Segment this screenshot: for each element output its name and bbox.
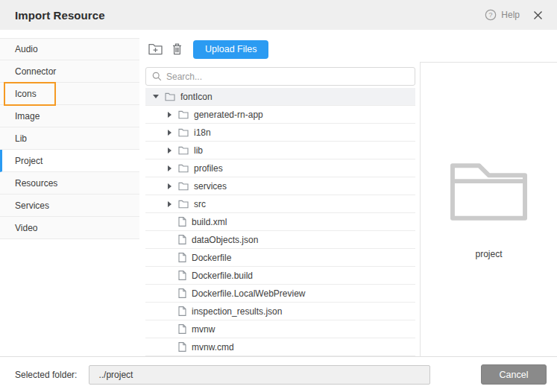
sidebar-item-label: Icons xyxy=(15,89,37,99)
sidebar-item-video[interactable]: Video xyxy=(0,217,139,239)
folder-preview-icon xyxy=(448,159,529,222)
tree-item-file-dataobjects-json[interactable]: dataObjects.json xyxy=(145,231,415,249)
upload-files-button[interactable]: Upload Files xyxy=(193,40,268,59)
folder-icon xyxy=(178,110,189,119)
tree-item-folder-profiles[interactable]: profiles xyxy=(145,159,415,177)
preview-panel: project xyxy=(420,62,557,356)
dialog-body: Audio Connector Icons Image Lib Project … xyxy=(0,30,557,356)
tree-item-folder-services[interactable]: services xyxy=(145,177,415,195)
file-icon xyxy=(178,306,186,316)
tree-item-label: mvnw xyxy=(192,324,215,335)
search-input[interactable] xyxy=(166,72,409,82)
folder-icon xyxy=(178,182,189,191)
file-tree: fontIcon generated-rn-app i18n lib xyxy=(145,88,415,356)
tree-item-folder-src[interactable]: src xyxy=(145,195,415,213)
folder-icon xyxy=(178,146,189,155)
delete-button[interactable] xyxy=(167,41,186,57)
caret-right-icon[interactable] xyxy=(165,183,174,189)
dialog-title: Import Resource xyxy=(15,9,105,22)
search-box[interactable] xyxy=(145,67,415,86)
tree-item-label: generated-rn-app xyxy=(194,110,263,120)
tree-item-label: profiles xyxy=(194,163,223,174)
folder-icon xyxy=(165,92,175,101)
file-icon xyxy=(178,288,186,298)
close-button[interactable] xyxy=(530,7,545,22)
folder-icon xyxy=(178,128,189,137)
sidebar-item-resources[interactable]: Resources xyxy=(0,172,139,195)
caret-right-icon[interactable] xyxy=(165,165,174,171)
caret-right-icon[interactable] xyxy=(165,112,174,118)
preview-folder-name: project xyxy=(475,249,502,259)
tree-item-file-dockerfile[interactable]: Dockerfile xyxy=(145,249,415,267)
tree-item-label: inspection_results.json xyxy=(192,306,282,317)
file-toolbar: Upload Files xyxy=(145,39,415,59)
file-icon xyxy=(178,324,186,334)
sidebar-item-image[interactable]: Image xyxy=(0,105,139,127)
cancel-button[interactable]: Cancel xyxy=(481,364,547,385)
tree-item-folder-lib[interactable]: lib xyxy=(145,142,415,159)
sidebar-item-icons[interactable]: Icons xyxy=(0,83,139,105)
tree-item-folder-generated-rn-app[interactable]: generated-rn-app xyxy=(145,106,415,124)
help-label: Help xyxy=(501,10,520,20)
tree-item-file-dockerfile-build[interactable]: Dockerfile.build xyxy=(145,267,415,285)
tree-item-file-inspection-results-json[interactable]: inspection_results.json xyxy=(145,303,415,320)
category-sidebar: Audio Connector Icons Image Lib Project … xyxy=(0,30,139,356)
sidebar-item-project[interactable]: Project xyxy=(0,150,139,172)
folder-icon xyxy=(178,164,189,173)
dialog-titlebar: Import Resource ? Help xyxy=(0,0,557,30)
caret-right-icon[interactable] xyxy=(165,201,174,207)
sidebar-item-services[interactable]: Services xyxy=(0,195,139,217)
tree-item-file-mvnw[interactable]: mvnw xyxy=(145,320,415,338)
tree-item-label: build.xml xyxy=(192,217,227,227)
dialog-footer: Selected folder: Cancel xyxy=(0,356,557,392)
sidebar-item-label: Video xyxy=(15,223,37,233)
sidebar-item-label: Services xyxy=(15,200,49,211)
tree-item-label: Dockerfile.LocalWebPreview xyxy=(192,288,306,299)
tree-item-label: fontIcon xyxy=(180,92,213,102)
tree-item-folder-fonticon[interactable]: fontIcon xyxy=(145,88,415,106)
selected-folder-label: Selected folder: xyxy=(15,370,77,380)
close-icon xyxy=(533,10,543,20)
sidebar-item-label: Image xyxy=(15,111,40,121)
tree-item-label: lib xyxy=(194,145,203,156)
tree-item-label: i18n xyxy=(194,127,211,138)
svg-text:?: ? xyxy=(489,10,493,19)
file-icon xyxy=(178,271,186,280)
sidebar-item-label: Resources xyxy=(15,178,57,189)
sidebar-item-label: Connector xyxy=(15,66,56,77)
file-icon xyxy=(178,253,186,262)
help-button[interactable]: ? Help xyxy=(485,9,520,21)
selected-folder-path-input[interactable] xyxy=(89,365,430,385)
sidebar-item-label: Project xyxy=(15,156,43,166)
folder-plus-icon xyxy=(148,43,163,55)
folder-icon xyxy=(178,200,189,209)
tree-item-file-dockerfile-localwebpreview[interactable]: Dockerfile.LocalWebPreview xyxy=(145,285,415,303)
sidebar-item-audio[interactable]: Audio xyxy=(0,38,139,60)
tree-item-label: mvnw.cmd xyxy=(192,342,234,353)
file-icon xyxy=(178,235,186,244)
tree-item-label: services xyxy=(194,181,227,192)
help-circle-icon: ? xyxy=(485,9,497,21)
import-resource-dialog: Import Resource ? Help Audio Connector xyxy=(0,0,557,392)
sidebar-item-lib[interactable]: Lib xyxy=(0,127,139,150)
tree-item-file-mvnw-cmd[interactable]: mvnw.cmd xyxy=(145,338,415,356)
caret-down-icon[interactable] xyxy=(151,95,160,98)
file-icon xyxy=(178,217,186,227)
sidebar-item-label: Audio xyxy=(15,44,38,54)
caret-right-icon[interactable] xyxy=(165,130,174,136)
caret-right-icon[interactable] xyxy=(165,148,174,154)
sidebar-item-connector[interactable]: Connector xyxy=(0,60,139,83)
sidebar-item-label: Lib xyxy=(15,133,27,144)
tree-item-file-build-xml[interactable]: build.xml xyxy=(145,213,415,231)
tree-item-folder-i18n[interactable]: i18n xyxy=(145,124,415,142)
search-icon xyxy=(152,72,162,81)
trash-icon xyxy=(172,43,182,55)
file-browser-panel: Upload Files fontIcon genera xyxy=(139,30,420,356)
tree-item-label: Dockerfile xyxy=(192,253,231,263)
file-icon xyxy=(178,342,186,352)
tree-item-label: dataObjects.json xyxy=(192,235,258,245)
tree-item-label: Dockerfile.build xyxy=(192,271,253,281)
new-folder-button[interactable] xyxy=(145,41,165,57)
tree-item-label: src xyxy=(194,199,206,209)
